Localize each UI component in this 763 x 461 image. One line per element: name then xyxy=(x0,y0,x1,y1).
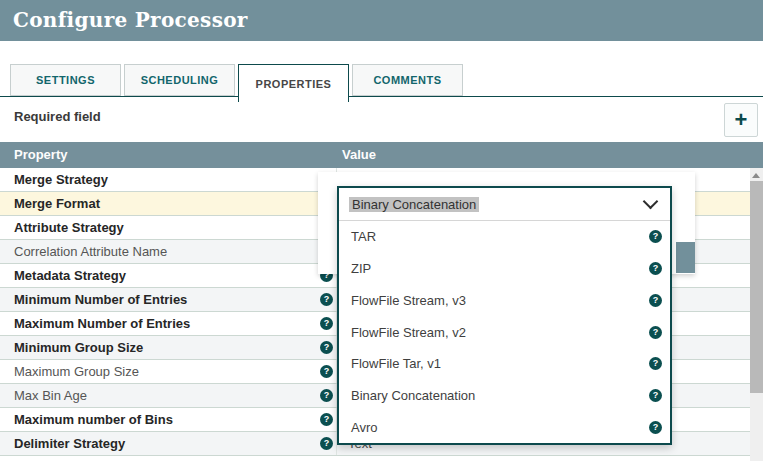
property-cell: Attribute Strategy ? xyxy=(0,216,337,239)
property-label: Merge Strategy xyxy=(14,168,108,191)
combo-value-text: Binary Concatenation xyxy=(349,197,479,212)
combo-selected-value[interactable]: Binary Concatenation xyxy=(339,188,670,221)
property-cell: Metadata Strategy ? xyxy=(0,264,337,287)
dialog-titlebar: Configure Processor xyxy=(0,0,763,41)
dropdown-option[interactable]: Binary Concatenation ? xyxy=(339,380,670,412)
help-icon[interactable]: ? xyxy=(649,421,662,434)
help-icon[interactable]: ? xyxy=(649,357,662,370)
option-label: ZIP xyxy=(351,261,371,276)
help-icon[interactable]: ? xyxy=(320,365,333,378)
property-label: Correlation Attribute Name xyxy=(14,240,167,263)
dropdown-option[interactable]: FlowFile Tar, v1 ? xyxy=(339,348,670,380)
required-field-label: Required field xyxy=(14,109,101,124)
property-label: Attribute Strategy xyxy=(14,216,124,239)
tab-properties[interactable]: PROPERTIES xyxy=(238,64,349,102)
help-icon[interactable]: ? xyxy=(320,413,333,426)
property-cell: Minimum Group Size ? xyxy=(0,336,337,359)
plus-icon: + xyxy=(735,109,748,131)
option-label: FlowFile Tar, v1 xyxy=(351,356,441,371)
property-label: Maximum Number of Entries xyxy=(14,312,190,335)
tab-scheduling[interactable]: SCHEDULING xyxy=(124,64,235,96)
add-property-button[interactable]: + xyxy=(724,103,758,137)
merge-format-combo: Binary Concatenation TAR ? ZIP ? FlowFil… xyxy=(337,186,672,445)
dropdown-option[interactable]: Avro ? xyxy=(339,411,670,443)
table-scrollbar[interactable] xyxy=(750,168,763,461)
property-cell: Max Bin Age ? xyxy=(0,384,337,407)
dropdown-option[interactable]: FlowFile Stream, v3 ? xyxy=(339,284,670,316)
property-cell: Maximum number of Bins ? xyxy=(0,408,337,431)
property-label: Max Bin Age xyxy=(14,384,87,407)
dropdown-option[interactable]: FlowFile Stream, v2 ? xyxy=(339,316,670,348)
ok-button[interactable] xyxy=(676,242,695,273)
property-cell: Maximum Number of Entries ? xyxy=(0,312,337,335)
help-icon[interactable]: ? xyxy=(320,317,333,330)
property-label: Maximum number of Bins xyxy=(14,408,173,431)
option-label: Avro xyxy=(351,420,378,435)
help-icon[interactable]: ? xyxy=(649,389,662,402)
help-icon[interactable]: ? xyxy=(320,437,333,450)
option-label: FlowFile Stream, v3 xyxy=(351,293,466,308)
dialog-title: Configure Processor xyxy=(0,0,763,41)
help-icon[interactable]: ? xyxy=(320,293,333,306)
option-label: Binary Concatenation xyxy=(351,388,475,403)
property-cell: Merge Format ? xyxy=(0,192,337,215)
property-label: Maximum Group Size xyxy=(14,360,139,383)
property-cell: Correlation Attribute Name ? xyxy=(0,240,337,263)
help-icon[interactable]: ? xyxy=(649,326,662,339)
dropdown-option[interactable]: TAR ? xyxy=(339,221,670,253)
option-label: TAR xyxy=(351,229,376,244)
help-icon[interactable]: ? xyxy=(649,294,662,307)
tab-settings[interactable]: SETTINGS xyxy=(10,64,121,96)
scroll-up-icon[interactable] xyxy=(752,173,760,178)
property-cell: Delimiter Strategy ? xyxy=(0,432,337,455)
property-cell: Merge Strategy ? xyxy=(0,168,337,191)
help-icon[interactable]: ? xyxy=(320,341,333,354)
property-label: Minimum Number of Entries xyxy=(14,288,187,311)
column-header-value: Value xyxy=(342,142,376,168)
help-icon[interactable]: ? xyxy=(649,262,662,275)
dropdown-option[interactable]: ZIP ? xyxy=(339,253,670,285)
option-label: FlowFile Stream, v2 xyxy=(351,325,466,340)
scrollbar-thumb[interactable] xyxy=(750,181,763,393)
property-label: Delimiter Strategy xyxy=(14,432,125,455)
column-header-property: Property xyxy=(14,142,67,168)
dropdown-options: TAR ? ZIP ? FlowFile Stream, v3 ? FlowFi… xyxy=(339,221,670,443)
help-icon[interactable]: ? xyxy=(320,389,333,402)
property-cell: Maximum Group Size ? xyxy=(0,360,337,383)
tab-bar: SETTINGSSCHEDULINGPROPERTIESCOMMENTS xyxy=(0,64,763,97)
tab-comments[interactable]: COMMENTS xyxy=(352,64,463,96)
property-cell: Minimum Number of Entries ? xyxy=(0,288,337,311)
help-icon[interactable]: ? xyxy=(649,230,662,243)
property-label: Merge Format xyxy=(14,192,100,215)
property-label: Minimum Group Size xyxy=(14,336,143,359)
properties-table-header: Property Value xyxy=(0,142,763,168)
property-label: Metadata Strategy xyxy=(14,264,126,287)
chevron-down-icon xyxy=(643,194,659,210)
